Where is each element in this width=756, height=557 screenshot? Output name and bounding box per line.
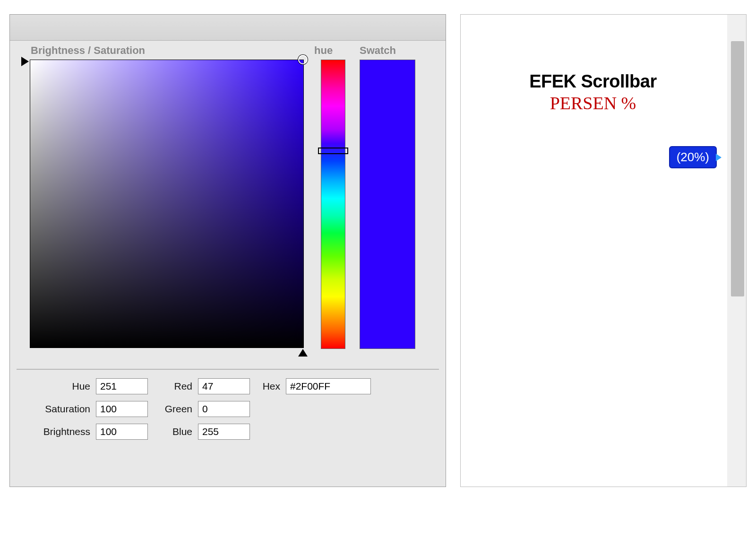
- saturation-marker-icon[interactable]: [298, 349, 308, 357]
- saturation-field-label: Saturation: [21, 403, 92, 415]
- persen-title: PERSEN %: [469, 93, 717, 113]
- picker-body: Brightness / Saturation hue Swatch: [10, 41, 446, 455]
- efek-scrollbar-title: EFEK Scrollbar: [469, 71, 717, 92]
- picker-titlebar[interactable]: [10, 15, 446, 41]
- swatch-block: [360, 60, 415, 349]
- hex-field-label: Hex: [254, 381, 282, 392]
- hue-field-label: Hue: [21, 381, 92, 392]
- scrollbar-thumb[interactable]: [731, 41, 744, 296]
- bs-crosshair-icon[interactable]: [298, 55, 308, 64]
- swatch-label: Swatch: [360, 44, 396, 57]
- scroll-content: EFEK Scrollbar PERSEN %: [461, 15, 725, 113]
- brightness-saturation-label: Brightness / Saturation: [31, 44, 314, 57]
- hue-area[interactable]: [321, 58, 347, 365]
- hue-handle[interactable]: [318, 148, 348, 154]
- scrollbar-track[interactable]: [727, 15, 746, 487]
- swatch-area: [360, 58, 415, 365]
- blue-input[interactable]: [198, 424, 250, 440]
- hue-input[interactable]: [96, 378, 148, 394]
- red-field-label: Red: [152, 381, 194, 392]
- red-input[interactable]: [198, 378, 250, 394]
- picker-labels-row: Brightness / Saturation hue Swatch: [17, 41, 439, 57]
- hue-label: hue: [314, 44, 355, 57]
- brightness-saturation-square[interactable]: [30, 60, 304, 348]
- green-input[interactable]: [198, 401, 250, 417]
- color-picker-panel: Brightness / Saturation hue Swatch: [9, 14, 446, 487]
- saturation-input[interactable]: [96, 401, 148, 417]
- brightness-input[interactable]: [96, 424, 148, 440]
- blue-field-label: Blue: [152, 426, 194, 437]
- green-field-label: Green: [152, 403, 194, 415]
- scrollbar-demo-panel: EFEK Scrollbar PERSEN % (20%): [460, 14, 747, 487]
- hex-input[interactable]: [286, 378, 371, 394]
- inputs-panel: Hue Red Hex Saturation Green Brightness …: [17, 369, 439, 448]
- brightness-marker-icon[interactable]: [21, 57, 29, 66]
- hue-strip[interactable]: [321, 60, 345, 349]
- brightness-saturation-area[interactable]: [17, 58, 304, 365]
- percent-badge: (20%): [669, 146, 717, 168]
- brightness-field-label: Brightness: [21, 426, 92, 437]
